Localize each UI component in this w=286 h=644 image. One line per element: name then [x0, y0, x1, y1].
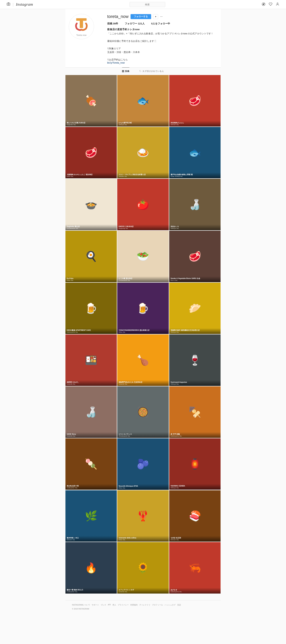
grid-item[interactable]: 🦐あびまきDaikanyama Sta.	[169, 542, 221, 594]
grid-item-sublabel: Shibuya Sta.	[171, 383, 219, 385]
svg-rect-10	[123, 70, 124, 71]
stat-followers[interactable]: フォロワー 121人	[125, 22, 144, 25]
grid-item-label: 焼とりの八兵衛 六本木店	[67, 122, 116, 124]
grid-item[interactable]: 🍶渋谷きいろShibuya Sta.	[169, 179, 221, 230]
stat-following[interactable]: 0人をフォロー中	[151, 22, 170, 25]
grid-item[interactable]: 🥘ビストロバランスOmotesando Sta.	[117, 386, 169, 438]
grid-item-label: 焼き鳥 佐田十郎	[67, 485, 116, 487]
grid-item-sublabel: Shibuya Sta.	[171, 487, 219, 489]
grid-item-sublabel: Gotanda Sta.	[67, 383, 116, 385]
grid-item[interactable]: 🫐Nouvelle Ethnique ATHAEbisu Sta.	[117, 438, 169, 490]
svg-rect-12	[123, 71, 124, 72]
grid-item[interactable]: 🍺YONAYONABEERWORKS 恵比寿東口店Ebisu Sta.	[117, 283, 169, 334]
grid-item-sublabel: Daikanyama Sta.	[171, 435, 219, 437]
profile-info: toreta_now フォローする + ··· 投稿 30件 フォロワー 121…	[107, 14, 217, 64]
svg-text:Toreta now: Toreta now	[76, 34, 87, 36]
grid-item[interactable]: 🦞ristorante della collinaEbisu Sta.	[117, 490, 169, 542]
avatar: Toreta now	[69, 14, 94, 39]
footer-link[interactable]: プライバシー	[118, 604, 129, 606]
heart-icon[interactable]	[269, 2, 272, 6]
grid-item-sublabel: Shinsen Sta.	[171, 539, 219, 540]
grid-item[interactable]: 🐟瀬戸内お魚探れ鮮魚と野菜 蔵Osaki Hirokoji Sta.	[169, 127, 221, 178]
grid-item[interactable]: 🍛クルン・サイアム 渋谷文化村通り店Shinsen Sta.	[117, 127, 169, 178]
grid-item-label: 渋谷きいろ	[171, 226, 219, 228]
profile-bio-title: 飲食店の直前予約トレタnow	[107, 28, 217, 31]
tab-tagged[interactable]: タグ付けされている人	[139, 68, 164, 75]
grid-item-label: Smoke & Vegetable Bistro SARU 白金	[171, 277, 219, 280]
footer-link[interactable]: ディレクトリ	[139, 604, 150, 606]
grid-item-sublabel: Ebisu Sta.	[67, 280, 116, 281]
grid-item[interactable]: 🐟ひもの屋宇田川町Shibuya Sta.	[117, 75, 169, 126]
footer-link[interactable]: 言語	[177, 604, 181, 606]
footer-copyright: © 2019 INSTAGRAM	[72, 608, 214, 610]
footer-link[interactable]: 求人	[112, 604, 116, 606]
grid-item-sublabel: Ebisu Sta.	[119, 331, 167, 333]
footer-link[interactable]: API	[108, 604, 111, 606]
footer-link[interactable]: プレス	[101, 604, 106, 606]
footer-link[interactable]: INSTAGRAMについて	[72, 604, 90, 606]
grid-item-sublabel: Shibuya Sta.	[119, 124, 167, 126]
nav-search[interactable]	[130, 2, 165, 7]
grid-item[interactable]: 🥩Smoke & Vegetable Bistro SARU 白金Hiro-o …	[169, 231, 221, 282]
grid-item[interactable]: 🍷Gastropub AugustusShibuya Sta.	[169, 334, 221, 386]
more-button[interactable]: ···	[160, 15, 163, 18]
grid-item[interactable]: 🍗焼鳥専門店ばかたれ 五反田本店Gotanda Sta.	[117, 334, 169, 386]
grid-item-label: 七代目 松五郎	[171, 537, 219, 539]
grid-item[interactable]: 🏮YAKINIKU ZENIBAShibuya Sta.	[169, 438, 221, 490]
grid-item[interactable]: 🍳Ku-FukuEbisu Sta.	[66, 231, 117, 282]
nav-brand: Instagram	[16, 2, 33, 7]
svg-marker-3	[263, 4, 264, 5]
profile-link[interactable]: bit.ly/Toreta_now	[107, 62, 125, 64]
posts-grid: 🍖焼とりの八兵衛 六本木店Nogizaka Sta.🐟ひもの屋宇田川町Shibu…	[66, 75, 221, 600]
grid-item-label: 瀬戸内お魚探れ鮮魚と野菜 蔵	[171, 174, 219, 176]
grid-item-label: 炭 竹平 岩鶴	[171, 433, 219, 435]
grid-item[interactable]: 🍅KNOCK 六本木本店Roppongi Sta.	[117, 179, 169, 230]
grid-item-label: SAKE Story	[67, 433, 116, 435]
person-icon[interactable]	[276, 2, 279, 6]
grid-item-label: ひもの屋宇田川町	[119, 122, 167, 124]
grid-item[interactable]: 🍡焼き鳥 佐田十郎Azabujuban Sta.	[66, 438, 117, 490]
grid-item[interactable]: 🥩大阪焼肉 ホルモンふたご 恵比寿店Ebisu Sta.	[66, 127, 117, 178]
message-button[interactable]: +	[153, 14, 158, 19]
grid-item[interactable]: 🍲Suginoko 青山店Omotesando Sta.	[66, 179, 117, 230]
tag-icon	[139, 70, 141, 73]
grid-item[interactable]: 🔥藤吉十番 焼肉 BULLSAzabujuban Sta.	[66, 542, 117, 594]
tab-posts[interactable]: 投稿	[122, 68, 129, 75]
grid-item-label: Suginoko 青山店	[67, 226, 116, 228]
grid-item-sublabel: Shibuya Sta.	[171, 331, 219, 333]
search-input[interactable]	[130, 2, 165, 7]
grid-item[interactable]: 🌿熊本串焼 ノ木口Shinsen Sta.	[66, 490, 117, 542]
grid-item[interactable]: 🥗ひごの蔵 恵比寿店Omotesando Sta.	[117, 231, 169, 282]
grid-item[interactable]: 🥩渋谷焼肉ざぶとんShinsen Sta.	[169, 75, 221, 126]
grid-item-sublabel: Gotanda Sta.	[67, 435, 116, 437]
grid-item-sublabel: Ebisu Sta.	[119, 539, 167, 540]
profile-section: Toreta now toreta_now フォローする + ··· 投稿 30…	[66, 9, 221, 68]
grid-item[interactable]: 🍖焼とりの八兵衛 六本木店Nogizaka Sta.	[66, 75, 117, 126]
grid-item[interactable]: 🍣七代目 松五郎Shinsen Sta.	[169, 490, 221, 542]
grid-item-sublabel: Daikanyama Sta.	[67, 331, 116, 333]
grid-item-label: 焼鳥専門店ばかたれ 五反田本店	[119, 381, 167, 383]
compass-icon[interactable]	[262, 2, 265, 6]
follow-button[interactable]: フォローする	[131, 14, 151, 19]
grid-item[interactable]: 🍢炭 竹平 岩鶴Daikanyama Sta.	[169, 386, 221, 438]
grid-item-label: YAKINIKU ZENIBA	[171, 485, 219, 487]
nav-divider: |	[13, 2, 14, 7]
grid-item-sublabel: Hiro-o Sta.	[171, 280, 219, 281]
grid-item[interactable]: 🥟宮崎県日南市 塚田農場 京王渋谷西口店Shibuya Sta.	[169, 283, 221, 334]
footer-link[interactable]: 利用規約	[130, 604, 138, 606]
footer-link[interactable]: サポート	[92, 604, 99, 606]
grid-item[interactable]: 🍺EBISU裏側 APARTMENT CAVEDaikanyama Sta.	[66, 283, 117, 334]
grid-item-sublabel: Omotesando Sta.	[119, 280, 167, 281]
grid-item[interactable]: 🌻カフェテラス ミモザGotanda Sta.	[117, 542, 169, 594]
grid-item-label: ビストロバランス	[119, 433, 167, 435]
grid-item-sublabel: Shinsen Sta.	[119, 176, 167, 177]
grid-item[interactable]: 🍱肉料理 それがしGotanda Sta.	[66, 334, 117, 386]
footer-link[interactable]: プロフィール	[152, 604, 163, 606]
grid-item[interactable]: 🍶SAKE StoryGotanda Sta.	[66, 386, 117, 438]
grid-item-sublabel: Shinsen Sta.	[67, 539, 116, 540]
footer-link[interactable]: ハッシュタグ	[165, 604, 176, 606]
grid-item-sublabel: Omotesando Sta.	[67, 228, 116, 229]
nav-right	[262, 2, 279, 6]
grid-item-label: クルン・サイアム 渋谷文化村通り店	[119, 174, 167, 176]
grid-item-sublabel: Osaki Hirokoji Sta.	[171, 176, 219, 177]
